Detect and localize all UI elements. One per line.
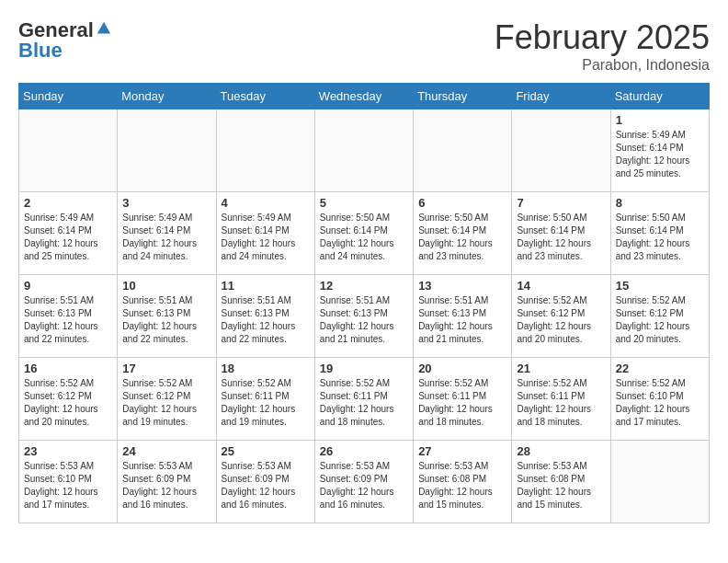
day-number: 25 bbox=[222, 444, 310, 458]
day-info: Sunrise: 5:51 AM Sunset: 6:13 PM Dayligh… bbox=[418, 294, 506, 346]
logo-blue-text: Blue bbox=[18, 39, 63, 63]
calendar-cell: 16Sunrise: 5:52 AM Sunset: 6:12 PM Dayli… bbox=[19, 358, 118, 441]
day-number: 19 bbox=[320, 362, 408, 375]
day-info: Sunrise: 5:50 AM Sunset: 6:14 PM Dayligh… bbox=[517, 212, 605, 263]
calendar-cell bbox=[19, 109, 118, 192]
day-number: 16 bbox=[24, 362, 112, 375]
day-info: Sunrise: 5:50 AM Sunset: 6:14 PM Dayligh… bbox=[616, 212, 704, 263]
weekday-header-row: SundayMondayTuesdayWednesdayThursdayFrid… bbox=[19, 84, 710, 109]
day-number: 18 bbox=[222, 362, 310, 375]
calendar-cell: 14Sunrise: 5:52 AM Sunset: 6:12 PM Dayli… bbox=[512, 275, 610, 358]
day-info: Sunrise: 5:53 AM Sunset: 6:09 PM Dayligh… bbox=[320, 460, 408, 511]
day-info: Sunrise: 5:49 AM Sunset: 6:14 PM Dayligh… bbox=[616, 129, 704, 180]
day-info: Sunrise: 5:53 AM Sunset: 6:08 PM Dayligh… bbox=[517, 460, 605, 511]
calendar-cell: 5Sunrise: 5:50 AM Sunset: 6:14 PM Daylig… bbox=[314, 192, 413, 275]
page-header: General Blue February 2025 Parabon, Indo… bbox=[18, 18, 710, 74]
calendar-week-row: 9Sunrise: 5:51 AM Sunset: 6:13 PM Daylig… bbox=[19, 275, 710, 358]
day-info: Sunrise: 5:52 AM Sunset: 6:11 PM Dayligh… bbox=[320, 377, 408, 429]
calendar-cell: 20Sunrise: 5:52 AM Sunset: 6:11 PM Dayli… bbox=[414, 358, 512, 441]
day-number: 22 bbox=[616, 362, 704, 375]
day-number: 20 bbox=[418, 362, 506, 375]
day-number: 24 bbox=[122, 444, 210, 458]
day-number: 5 bbox=[320, 196, 408, 210]
day-number: 14 bbox=[517, 279, 605, 293]
calendar-subtitle: Parabon, Indonesia bbox=[495, 57, 710, 74]
day-info: Sunrise: 5:49 AM Sunset: 6:14 PM Dayligh… bbox=[122, 212, 210, 263]
title-block: February 2025 Parabon, Indonesia bbox=[495, 18, 710, 74]
logo: General Blue bbox=[18, 18, 112, 63]
day-number: 21 bbox=[517, 362, 605, 375]
day-info: Sunrise: 5:52 AM Sunset: 6:11 PM Dayligh… bbox=[222, 377, 310, 429]
calendar-cell: 19Sunrise: 5:52 AM Sunset: 6:11 PM Dayli… bbox=[314, 358, 413, 441]
day-info: Sunrise: 5:53 AM Sunset: 6:08 PM Dayligh… bbox=[418, 460, 506, 511]
day-number: 12 bbox=[320, 279, 408, 293]
weekday-header: Sunday bbox=[19, 84, 118, 109]
calendar-cell: 2Sunrise: 5:49 AM Sunset: 6:14 PM Daylig… bbox=[19, 192, 118, 275]
calendar-cell bbox=[414, 109, 512, 192]
day-info: Sunrise: 5:51 AM Sunset: 6:13 PM Dayligh… bbox=[122, 294, 210, 346]
calendar-cell: 22Sunrise: 5:52 AM Sunset: 6:10 PM Dayli… bbox=[610, 358, 709, 441]
day-info: Sunrise: 5:52 AM Sunset: 6:12 PM Dayligh… bbox=[122, 377, 210, 429]
calendar-cell bbox=[216, 109, 314, 192]
calendar-cell: 11Sunrise: 5:51 AM Sunset: 6:13 PM Dayli… bbox=[216, 275, 314, 358]
calendar-cell: 13Sunrise: 5:51 AM Sunset: 6:13 PM Dayli… bbox=[414, 275, 512, 358]
calendar-cell: 18Sunrise: 5:52 AM Sunset: 6:11 PM Dayli… bbox=[216, 358, 314, 441]
day-number: 1 bbox=[616, 113, 704, 127]
day-number: 9 bbox=[24, 279, 112, 293]
day-number: 27 bbox=[418, 444, 506, 458]
calendar-cell: 8Sunrise: 5:50 AM Sunset: 6:14 PM Daylig… bbox=[610, 192, 709, 275]
day-info: Sunrise: 5:49 AM Sunset: 6:14 PM Dayligh… bbox=[24, 212, 112, 263]
day-number: 7 bbox=[517, 196, 605, 210]
calendar-cell bbox=[610, 441, 709, 523]
weekday-header: Saturday bbox=[610, 84, 709, 109]
day-info: Sunrise: 5:52 AM Sunset: 6:12 PM Dayligh… bbox=[24, 377, 112, 429]
day-number: 2 bbox=[24, 196, 112, 210]
day-number: 23 bbox=[24, 444, 112, 458]
day-number: 3 bbox=[122, 196, 210, 210]
calendar-cell: 4Sunrise: 5:49 AM Sunset: 6:14 PM Daylig… bbox=[216, 192, 314, 275]
day-info: Sunrise: 5:51 AM Sunset: 6:13 PM Dayligh… bbox=[222, 294, 310, 346]
day-number: 15 bbox=[616, 279, 704, 293]
day-number: 17 bbox=[122, 362, 210, 375]
calendar-cell: 9Sunrise: 5:51 AM Sunset: 6:13 PM Daylig… bbox=[19, 275, 118, 358]
calendar-title: February 2025 bbox=[495, 18, 710, 57]
day-info: Sunrise: 5:52 AM Sunset: 6:11 PM Dayligh… bbox=[517, 377, 605, 429]
weekday-header: Friday bbox=[512, 84, 610, 109]
calendar-week-row: 1Sunrise: 5:49 AM Sunset: 6:14 PM Daylig… bbox=[19, 109, 710, 192]
day-number: 8 bbox=[616, 196, 704, 210]
day-info: Sunrise: 5:52 AM Sunset: 6:11 PM Dayligh… bbox=[418, 377, 506, 429]
calendar-cell: 1Sunrise: 5:49 AM Sunset: 6:14 PM Daylig… bbox=[610, 109, 709, 192]
day-info: Sunrise: 5:50 AM Sunset: 6:14 PM Dayligh… bbox=[418, 212, 506, 263]
weekday-header: Monday bbox=[118, 84, 216, 109]
weekday-header: Thursday bbox=[414, 84, 512, 109]
day-number: 28 bbox=[517, 444, 605, 458]
day-number: 10 bbox=[122, 279, 210, 293]
day-info: Sunrise: 5:52 AM Sunset: 6:12 PM Dayligh… bbox=[517, 294, 605, 346]
calendar-cell: 15Sunrise: 5:52 AM Sunset: 6:12 PM Dayli… bbox=[610, 275, 709, 358]
calendar-cell: 24Sunrise: 5:53 AM Sunset: 6:09 PM Dayli… bbox=[118, 441, 216, 523]
calendar-cell: 23Sunrise: 5:53 AM Sunset: 6:10 PM Dayli… bbox=[19, 441, 118, 523]
calendar-table: SundayMondayTuesdayWednesdayThursdayFrid… bbox=[18, 83, 710, 523]
calendar-cell: 10Sunrise: 5:51 AM Sunset: 6:13 PM Dayli… bbox=[118, 275, 216, 358]
calendar-week-row: 2Sunrise: 5:49 AM Sunset: 6:14 PM Daylig… bbox=[19, 192, 710, 275]
day-info: Sunrise: 5:52 AM Sunset: 6:10 PM Dayligh… bbox=[616, 377, 704, 429]
day-number: 13 bbox=[418, 279, 506, 293]
calendar-cell: 27Sunrise: 5:53 AM Sunset: 6:08 PM Dayli… bbox=[414, 441, 512, 523]
day-info: Sunrise: 5:53 AM Sunset: 6:10 PM Dayligh… bbox=[24, 460, 112, 511]
day-info: Sunrise: 5:53 AM Sunset: 6:09 PM Dayligh… bbox=[222, 460, 310, 511]
calendar-cell: 3Sunrise: 5:49 AM Sunset: 6:14 PM Daylig… bbox=[118, 192, 216, 275]
calendar-cell: 28Sunrise: 5:53 AM Sunset: 6:08 PM Dayli… bbox=[512, 441, 610, 523]
logo-icon bbox=[96, 20, 112, 37]
day-info: Sunrise: 5:50 AM Sunset: 6:14 PM Dayligh… bbox=[320, 212, 408, 263]
day-info: Sunrise: 5:49 AM Sunset: 6:14 PM Dayligh… bbox=[222, 212, 310, 263]
day-info: Sunrise: 5:53 AM Sunset: 6:09 PM Dayligh… bbox=[122, 460, 210, 511]
day-info: Sunrise: 5:51 AM Sunset: 6:13 PM Dayligh… bbox=[320, 294, 408, 346]
day-info: Sunrise: 5:51 AM Sunset: 6:13 PM Dayligh… bbox=[24, 294, 112, 346]
calendar-week-row: 16Sunrise: 5:52 AM Sunset: 6:12 PM Dayli… bbox=[19, 358, 710, 441]
calendar-cell: 26Sunrise: 5:53 AM Sunset: 6:09 PM Dayli… bbox=[314, 441, 413, 523]
calendar-cell bbox=[118, 109, 216, 192]
day-info: Sunrise: 5:52 AM Sunset: 6:12 PM Dayligh… bbox=[616, 294, 704, 346]
weekday-header: Tuesday bbox=[216, 84, 314, 109]
calendar-cell: 21Sunrise: 5:52 AM Sunset: 6:11 PM Dayli… bbox=[512, 358, 610, 441]
calendar-cell: 6Sunrise: 5:50 AM Sunset: 6:14 PM Daylig… bbox=[414, 192, 512, 275]
